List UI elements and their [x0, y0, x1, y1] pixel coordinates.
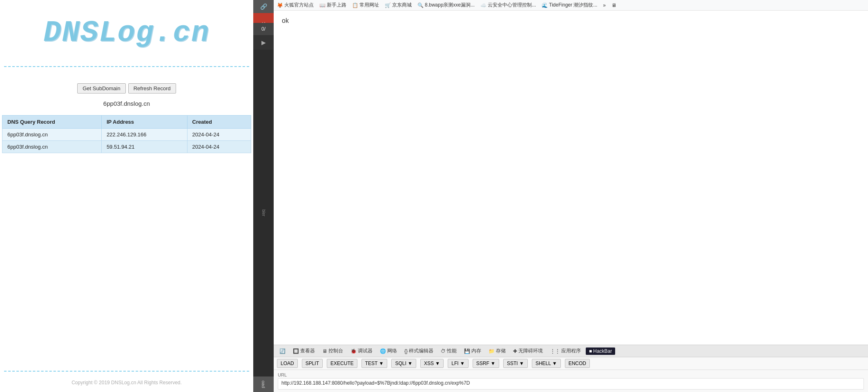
col-ip-address: IP Address	[101, 116, 187, 129]
bookmark-tide[interactable]: 🌊 TideFinger 潮汐指纹...	[542, 2, 597, 9]
devtools-tab-performance[interactable]: ⏱ 性能	[438, 347, 459, 355]
url-section: URL http://192.168.188.147:8080/hello?pa…	[274, 370, 868, 392]
refresh-icon: 🔄	[279, 348, 286, 354]
middle-strip: 🔗 特 0/ ▶ bler oad	[253, 0, 274, 392]
performance-label: 性能	[447, 347, 457, 354]
middle-icon-top: 🔗	[259, 0, 269, 13]
hackbar-xss-button[interactable]: XSS ▼	[420, 359, 444, 368]
accessibility-icon: ✚	[513, 348, 517, 354]
devtools-tab-accessibility[interactable]: ✚ 无障碍环境	[511, 347, 545, 355]
subdomain-display: 6pp03f.dnslog.cn	[103, 100, 150, 107]
devtools-tab-refresh[interactable]: 🔄	[277, 347, 288, 355]
bookmark-screen[interactable]: 🖥	[611, 2, 616, 8]
logo-area: DNSLog.cn	[44, 16, 210, 50]
devtools-tab-memory[interactable]: 💾 内存	[462, 347, 484, 355]
console-icon: 🖥	[322, 348, 327, 354]
devtools-panel: 🔄 🔲 查看器 🖥 控制台 🐞 调试器 🌐 网络 {} 样式编辑器	[274, 345, 868, 392]
hackbar-load-button[interactable]: LOAD	[277, 359, 298, 368]
browser-content: ok	[274, 11, 868, 345]
logo-text: DNSLog.cn	[44, 16, 210, 50]
get-subdomain-button[interactable]: Get SubDomain	[77, 83, 126, 94]
bookmark-newbie[interactable]: 📖 新手上路	[319, 2, 346, 9]
jd-icon: 🛒	[385, 2, 391, 8]
bookmark-more[interactable]: »	[603, 2, 606, 8]
firefox-icon: 🦊	[277, 2, 283, 8]
middle-label-oad: oad	[261, 381, 266, 388]
devtools-tab-hackbar[interactable]: ■ HackBar	[586, 347, 615, 355]
hackbar-split-button[interactable]: SPLIT	[302, 359, 323, 368]
ok-response: ok	[282, 17, 860, 24]
memory-label: 内存	[471, 347, 481, 354]
table-row: 6pp03f.dnslog.cn59.51.94.212024-04-24	[2, 141, 251, 153]
copyright-text: Copyright © 2019 DNSLog.cn All Rights Re…	[71, 380, 182, 385]
common-icon: 📋	[352, 2, 358, 8]
console-label: 控制台	[328, 347, 343, 354]
newbie-icon: 📖	[319, 2, 326, 8]
hackbar-test-button[interactable]: TEST ▼	[361, 359, 388, 368]
bookmark-label: 新手上路	[327, 2, 346, 9]
accessibility-label: 无障碍环境	[518, 347, 543, 354]
devtools-tab-console[interactable]: 🖥 控制台	[320, 347, 346, 355]
bookmark-label: 8.bwapp亲测xxe漏洞...	[425, 2, 475, 9]
hackbar-ssrf-button[interactable]: SSRF ▼	[473, 359, 499, 368]
bookmark-label: 云安全中心管理控制...	[488, 2, 536, 9]
devtools-tabs: 🔄 🔲 查看器 🖥 控制台 🐞 调试器 🌐 网络 {} 样式编辑器	[274, 345, 868, 357]
more-label: »	[603, 2, 606, 8]
inspector-icon: 🔲	[293, 348, 299, 354]
dns-query-table: DNS Query Record IP Address Created 6pp0…	[2, 115, 251, 153]
devtools-tab-storage[interactable]: 📁 存储	[486, 347, 508, 355]
hackbar-lfi-button[interactable]: LFI ▼	[448, 359, 469, 368]
debugger-icon: 🐞	[350, 348, 357, 354]
bookmark-firefox[interactable]: 🦊 火狐官方站点	[277, 2, 314, 9]
bwapp-icon: 🔍	[417, 2, 424, 8]
top-divider	[4, 66, 249, 67]
bookmark-common[interactable]: 📋 常用网址	[352, 2, 379, 9]
hackbar-encod-button[interactable]: ENCOD	[565, 359, 590, 368]
devtools-tab-inspector[interactable]: 🔲 查看器	[290, 347, 317, 355]
style-label: 样式编辑器	[409, 347, 433, 354]
devtools-tab-style[interactable]: {} 样式编辑器	[402, 347, 436, 355]
storage-label: 存储	[496, 347, 506, 354]
network-icon: 🌐	[380, 348, 386, 354]
url-value[interactable]: http://192.168.188.147:8080/hello?payloa…	[278, 378, 864, 390]
bookmark-cloud[interactable]: ☁️ 云安全中心管理控制...	[480, 2, 536, 9]
col-dns-query: DNS Query Record	[2, 116, 102, 129]
devtools-tab-network[interactable]: 🌐 网络	[377, 347, 399, 355]
style-icon: {}	[404, 348, 408, 354]
network-label: 网络	[387, 347, 397, 354]
middle-dark: bler	[253, 50, 274, 376]
performance-icon: ⏱	[441, 348, 446, 354]
middle-icon2: ▶	[261, 39, 266, 46]
devtools-tab-application[interactable]: ⋮⋮ 应用程序	[548, 347, 583, 355]
hackbar-label: HackBar	[593, 348, 612, 354]
hackbar-execute-button[interactable]: EXECUTE	[327, 359, 357, 368]
col-created: Created	[187, 116, 251, 129]
storage-icon: 📁	[489, 348, 495, 354]
memory-icon: 💾	[464, 348, 470, 354]
table-row: 6pp03f.dnslog.cn222.246.129.1662024-04-2…	[2, 129, 251, 141]
dnslog-panel: DNSLog.cn Get SubDomain Refresh Record 6…	[0, 0, 253, 392]
bottom-divider	[4, 371, 249, 372]
bookmark-jd[interactable]: 🛒 京东商城	[385, 2, 412, 9]
red-section: 特	[253, 13, 274, 23]
bookmark-label: 火狐官方站点	[284, 2, 314, 9]
hackbar-ssti-button[interactable]: SSTI ▼	[503, 359, 528, 368]
bookmarks-bar: 🦊 火狐官方站点 📖 新手上路 📋 常用网址 🛒 京东商城 🔍 8.bwapp亲…	[274, 0, 868, 11]
tide-icon: 🌊	[542, 2, 548, 8]
bookmark-bwapp[interactable]: 🔍 8.bwapp亲测xxe漏洞...	[417, 2, 475, 9]
bookmark-label: 京东商城	[392, 2, 412, 9]
devtools-tab-debugger[interactable]: 🐞 调试器	[348, 347, 375, 355]
refresh-record-button[interactable]: Refresh Record	[128, 83, 176, 94]
inspector-label: 查看器	[300, 347, 315, 354]
hackbar-toolbar: LOAD SPLIT EXECUTE TEST ▼ SQLI ▼ XSS ▼ L…	[274, 357, 868, 370]
hackbar-sqli-button[interactable]: SQLI ▼	[391, 359, 416, 368]
browser-panel: 🦊 火狐官方站点 📖 新手上路 📋 常用网址 🛒 京东商城 🔍 8.bwapp亲…	[274, 0, 868, 392]
url-label: URL	[278, 372, 864, 377]
bookmark-label: TideFinger 潮汐指纹...	[549, 2, 597, 9]
debugger-label: 调试器	[358, 347, 373, 354]
application-icon: ⋮⋮	[550, 348, 560, 354]
application-label: 应用程序	[561, 347, 581, 354]
bookmark-label: 常用网址	[359, 2, 379, 9]
hackbar-shell-button[interactable]: SHELL ▼	[532, 359, 561, 368]
hackbar-icon: ■	[589, 348, 592, 354]
